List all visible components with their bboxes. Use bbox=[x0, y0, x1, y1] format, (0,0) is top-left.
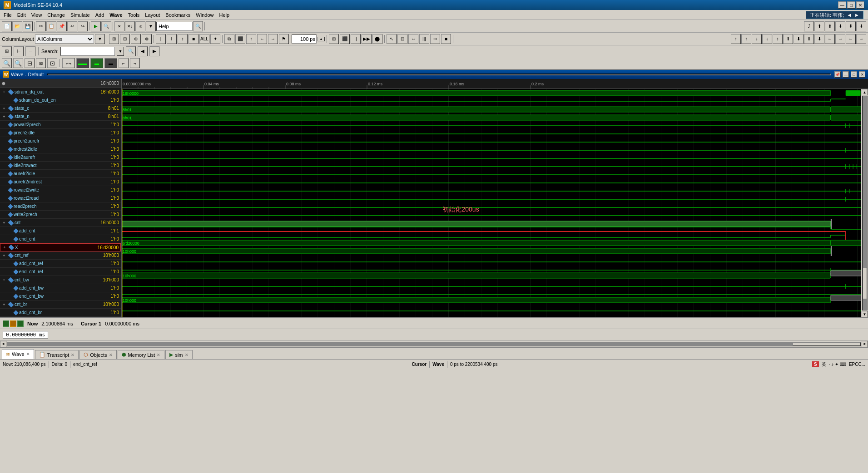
list-item[interactable]: add_cnt 1'h1 bbox=[0, 227, 121, 235]
hscroll-right[interactable]: ► bbox=[862, 341, 868, 347]
tb-run[interactable]: ▶ bbox=[91, 21, 101, 31]
expand-icon[interactable]: + bbox=[1, 253, 7, 258]
zoom-5[interactable]: ⊡ bbox=[47, 58, 57, 68]
tb-time-1[interactable]: | bbox=[156, 34, 166, 44]
notify-right[interactable]: ► bbox=[854, 12, 859, 18]
col-layout-select[interactable]: AllColumns bbox=[35, 34, 94, 44]
wave-tab-close[interactable]: ✕ bbox=[26, 352, 30, 356]
tb-time-3[interactable]: ↕ bbox=[178, 34, 188, 44]
menu-view[interactable]: View bbox=[29, 11, 45, 19]
list-item[interactable]: + state_c 8'h01 bbox=[0, 104, 121, 113]
list-item[interactable]: end_cnt 1'h0 bbox=[0, 235, 121, 243]
tb-cursor-1[interactable]: ↖ bbox=[387, 34, 397, 44]
objects-tab-close[interactable]: ✕ bbox=[109, 353, 113, 357]
tb-left[interactable]: ← bbox=[257, 34, 267, 44]
shape-2[interactable]: ▬▬ bbox=[76, 58, 89, 68]
tab-memory[interactable]: ⬢ Memory List ✕ bbox=[118, 350, 165, 359]
wave-win-close[interactable]: ✕ bbox=[859, 71, 865, 78]
vscroll-up[interactable]: ▲ bbox=[862, 89, 868, 95]
expand-icon[interactable]: + bbox=[1, 245, 8, 250]
wave-tb-3[interactable]: ⊕ bbox=[131, 34, 141, 44]
menu-bookmarks[interactable]: Bookmarks bbox=[163, 11, 193, 19]
tb-cursor-6[interactable]: ■ bbox=[441, 34, 451, 44]
list-item[interactable]: add_cnt_bw 1'h0 bbox=[0, 284, 121, 292]
wave-tb-2[interactable]: ⊟ bbox=[120, 34, 130, 44]
transcript-tab-close[interactable]: ✕ bbox=[71, 353, 74, 357]
expand-icon[interactable]: + bbox=[1, 302, 7, 307]
menu-window[interactable]: Window bbox=[193, 11, 216, 19]
tb-r11[interactable]: → bbox=[835, 34, 845, 44]
tb-r10[interactable]: ← bbox=[825, 34, 835, 44]
wave-canvas[interactable]: 0.00000000 ms 0.04 ms 0.08 ms 0.12 ms 0.… bbox=[122, 79, 868, 317]
time-unit-input[interactable] bbox=[292, 34, 317, 44]
tab-objects[interactable]: ⬡ Objects ✕ bbox=[79, 350, 116, 359]
list-item[interactable]: idle2rowact 1'h0 bbox=[0, 162, 121, 170]
list-item[interactable]: end_cnt_br 1'h0 bbox=[0, 317, 121, 317]
search-go[interactable]: 🔍 bbox=[126, 46, 136, 56]
shape-5[interactable]: ⌐ bbox=[119, 58, 129, 68]
hscroll-left[interactable]: ◄ bbox=[0, 341, 6, 347]
list-item[interactable]: prech2aurefr 1'h0 bbox=[0, 137, 121, 145]
list-item[interactable]: end_cnt_ref 1'h0 bbox=[0, 268, 121, 276]
minimize-button[interactable]: — bbox=[838, 1, 846, 9]
expand-icon[interactable]: + bbox=[1, 90, 7, 94]
menu-add[interactable]: Add bbox=[93, 11, 107, 19]
tb-r1[interactable]: ↑ bbox=[731, 34, 741, 44]
list-item[interactable]: sdram_dq_out_en 1'h0 bbox=[0, 96, 121, 104]
tb-undo[interactable]: ↩ bbox=[67, 21, 77, 31]
list-item[interactable]: prech2idle 1'h0 bbox=[0, 129, 121, 137]
tb-right-arr[interactable]: → bbox=[268, 34, 278, 44]
tb-right-1[interactable]: ⤴ bbox=[804, 21, 814, 31]
tb-x2[interactable]: ✕↓ bbox=[125, 21, 135, 31]
menu-file[interactable]: File bbox=[1, 11, 15, 19]
list-item[interactable]: powait2prech 1'h0 bbox=[0, 121, 121, 129]
tb-r9[interactable]: ⬇ bbox=[814, 34, 824, 44]
tb-x3[interactable]: ⎋ bbox=[135, 21, 145, 31]
wave-vscrollbar[interactable]: ▲ ▼ bbox=[861, 89, 868, 317]
tb-extra-2[interactable]: ⬛ bbox=[340, 34, 350, 44]
wave-win-pin[interactable]: 📌 bbox=[834, 71, 841, 78]
tb-up[interactable]: ↑ bbox=[246, 34, 256, 44]
expand-icon[interactable]: + bbox=[1, 114, 7, 119]
tb-extra-3[interactable]: || bbox=[351, 34, 361, 44]
tb-right-3[interactable]: ⬆ bbox=[825, 21, 835, 31]
tb-r13[interactable]: → bbox=[856, 34, 866, 44]
maximize-button[interactable]: □ bbox=[847, 1, 855, 9]
tb-time-4[interactable]: ■ bbox=[188, 34, 198, 44]
tb-r4[interactable]: ↓ bbox=[762, 34, 772, 44]
memory-tab-close[interactable]: ✕ bbox=[157, 353, 160, 357]
tab-transcript[interactable]: 📋 Transcript ✕ bbox=[35, 350, 79, 359]
menu-wave[interactable]: Wave bbox=[107, 11, 125, 19]
zoom-4[interactable]: ⊠ bbox=[36, 58, 46, 68]
tb-copy2[interactable]: ⧉ bbox=[224, 34, 234, 44]
tb-extra-5[interactable]: ⬤ bbox=[372, 34, 382, 44]
tb-sig-3[interactable]: ⊣ bbox=[25, 46, 35, 56]
menu-change[interactable]: Change bbox=[45, 11, 68, 19]
tb-x4[interactable]: ▼ bbox=[146, 21, 156, 31]
tb-right-2[interactable]: ⬆ bbox=[814, 21, 824, 31]
zoom-fit-btn[interactable]: ⊟ bbox=[25, 58, 35, 68]
tab-wave[interactable]: ≋ Wave ✕ bbox=[2, 349, 34, 359]
shape-1[interactable]: ⌐¬ bbox=[62, 58, 75, 68]
list-item[interactable]: write2prech 1'h0 bbox=[0, 211, 121, 219]
signals-container[interactable]: + sdram_dq_out 16'h0000 sdram_dq_out_en … bbox=[0, 88, 121, 317]
menu-edit[interactable]: Edit bbox=[15, 11, 29, 19]
tb-right-4[interactable]: ⬇ bbox=[835, 21, 845, 31]
shape-3[interactable]: ▬ bbox=[90, 58, 103, 68]
shape-6[interactable]: ¬ bbox=[130, 58, 140, 68]
tb-group[interactable]: ⬛ bbox=[235, 34, 245, 44]
list-item[interactable]: + cnt 16'h0000 bbox=[0, 219, 121, 227]
list-item[interactable]: + cnt_bw 10'h000 bbox=[0, 276, 121, 284]
hscroll-track[interactable] bbox=[7, 342, 861, 346]
expand-icon[interactable]: + bbox=[1, 278, 7, 282]
wave-tb-4[interactable]: ⊗ bbox=[142, 34, 152, 44]
list-item[interactable]: rowact2read 1'h0 bbox=[0, 194, 121, 202]
tb-x1[interactable]: ✕ bbox=[114, 21, 124, 31]
tb-time-2[interactable]: I bbox=[167, 34, 177, 44]
tb-cursor-5[interactable]: ⊸ bbox=[430, 34, 440, 44]
list-item[interactable]: + state_n 8'h01 bbox=[0, 113, 121, 121]
tb-sig-2[interactable]: ⊢ bbox=[14, 46, 24, 56]
tb-cursor-3[interactable]: ↔ bbox=[408, 34, 418, 44]
wave-rows[interactable]: 16h0000 8h01 8h01 bbox=[122, 89, 868, 317]
search-input[interactable] bbox=[60, 47, 115, 56]
